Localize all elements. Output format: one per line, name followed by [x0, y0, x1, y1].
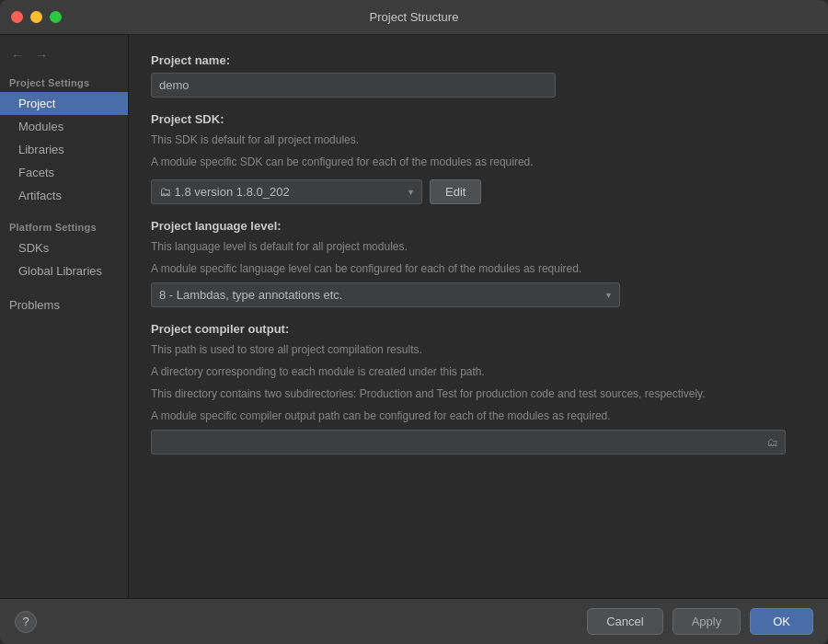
compiler-output-desc1: This path is used to store all project c… — [151, 341, 806, 358]
project-sdk-label: Project SDK: — [151, 112, 806, 126]
minimize-button[interactable] — [30, 11, 42, 23]
content-area: Project name: Project SDK: This SDK is d… — [129, 35, 828, 598]
sidebar-item-sdks[interactable]: SDKs — [0, 236, 128, 259]
sidebar-item-libraries-label: Libraries — [18, 143, 64, 156]
project-name-group: Project name: — [151, 53, 806, 98]
project-sdk-group: Project SDK: This SDK is default for all… — [151, 112, 806, 204]
sdk-selector-row: 🗂 1.8 version 1.8.0_202 11 version 11.0.… — [151, 179, 806, 204]
sidebar-item-artifacts-label: Artifacts — [18, 189, 62, 202]
sidebar-item-project-label: Project — [18, 97, 55, 110]
compiler-output-desc2: A directory corresponding to each module… — [151, 363, 806, 380]
sidebar-item-modules[interactable]: Modules — [0, 115, 128, 138]
compiler-output-input-wrapper: 🗂 — [151, 430, 786, 454]
footer-right: Cancel Apply OK — [587, 608, 813, 635]
edit-sdk-button[interactable]: Edit — [430, 179, 481, 204]
maximize-button[interactable] — [50, 11, 62, 23]
sidebar-item-global-libraries-label: Global Libraries — [18, 264, 102, 278]
sidebar-item-artifacts[interactable]: Artifacts — [0, 184, 128, 207]
project-lang-desc2: A module specific language level can be … — [151, 260, 806, 277]
ok-button[interactable]: OK — [750, 608, 813, 635]
compiler-output-label: Project compiler output: — [151, 322, 806, 336]
footer-left: ? — [15, 611, 37, 633]
lang-level-select[interactable]: 8 - Lambdas, type annotations etc. 11 - … — [151, 282, 620, 307]
compiler-output-desc4: A module specific compiler output path c… — [151, 408, 806, 424]
compiler-output-group: Project compiler output: This path is us… — [151, 322, 806, 454]
platform-settings-section-label: Platform Settings — [0, 216, 128, 236]
cancel-button[interactable]: Cancel — [587, 608, 662, 635]
project-lang-label: Project language level: — [151, 219, 806, 233]
forward-button[interactable]: → — [31, 46, 52, 64]
project-lang-group: Project language level: This language le… — [151, 219, 806, 307]
footer: ? Cancel Apply OK — [0, 598, 828, 644]
project-name-label: Project name: — [151, 53, 806, 67]
project-lang-desc1: This language level is default for all p… — [151, 238, 806, 255]
sidebar-item-project[interactable]: Project — [0, 92, 128, 115]
window-title: Project Structure — [370, 10, 459, 24]
compiler-output-input[interactable] — [151, 430, 786, 454]
project-sdk-desc2: A module specific SDK can be configured … — [151, 154, 806, 170]
project-name-input[interactable] — [151, 73, 556, 98]
compiler-output-desc3: This directory contains two subdirectori… — [151, 385, 806, 402]
project-sdk-desc1: This SDK is default for all project modu… — [151, 132, 806, 148]
help-button[interactable]: ? — [15, 611, 37, 633]
sidebar-item-facets-label: Facets — [18, 166, 54, 179]
sidebar-item-libraries[interactable]: Libraries — [0, 138, 128, 161]
sdk-select[interactable]: 🗂 1.8 version 1.8.0_202 11 version 11.0.… — [151, 179, 422, 204]
title-bar: Project Structure — [0, 0, 828, 35]
sidebar-item-facets[interactable]: Facets — [0, 161, 128, 184]
sidebar-item-modules-label: Modules — [18, 120, 63, 133]
nav-back-forward: ← → — [0, 42, 128, 72]
close-button[interactable] — [11, 11, 23, 23]
sdk-select-wrapper: 🗂 1.8 version 1.8.0_202 11 version 11.0.… — [151, 179, 422, 204]
main-container: ← → Project Settings Project Modules Lib… — [0, 35, 828, 598]
sidebar: ← → Project Settings Project Modules Lib… — [0, 35, 129, 598]
sidebar-item-global-libraries[interactable]: Global Libraries — [0, 259, 128, 282]
window-controls — [11, 11, 62, 23]
project-settings-section-label: Project Settings — [0, 72, 128, 92]
sidebar-item-problems-label: Problems — [0, 293, 128, 316]
sidebar-item-sdks-label: SDKs — [18, 241, 49, 255]
apply-button[interactable]: Apply — [673, 608, 742, 635]
sidebar-item-problems[interactable]: Problems — [0, 293, 128, 316]
lang-level-select-wrapper: 8 - Lambdas, type annotations etc. 11 - … — [151, 282, 620, 307]
back-button[interactable]: ← — [7, 46, 28, 64]
